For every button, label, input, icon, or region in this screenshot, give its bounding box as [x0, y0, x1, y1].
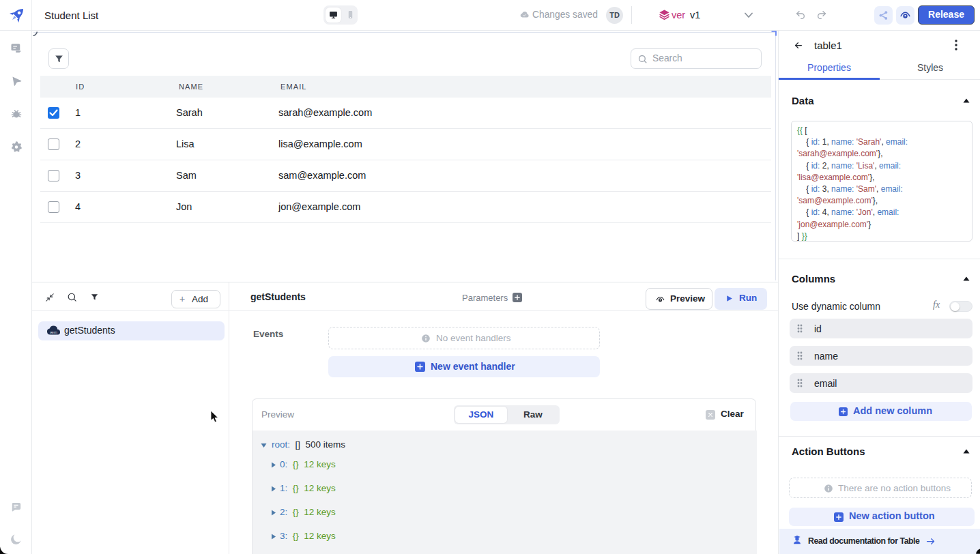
svg-text:(REST): (REST): [50, 332, 57, 334]
